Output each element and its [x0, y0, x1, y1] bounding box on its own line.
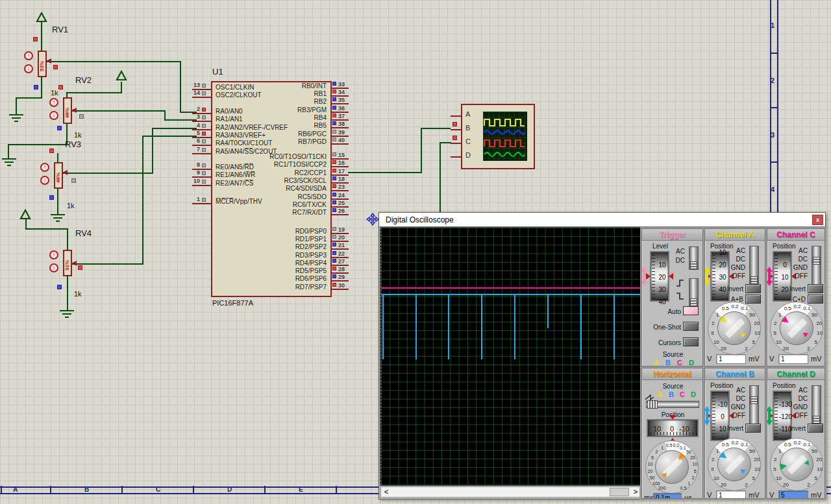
knob-scale-label: 0.2	[793, 304, 800, 309]
knob-scale-label: 0.5	[722, 442, 729, 448]
trace-pulse	[547, 295, 549, 328]
coupling-label: DC	[671, 257, 685, 264]
section-header: Channel D	[767, 368, 825, 380]
coupling-label: GND	[789, 264, 808, 271]
switch-thumb[interactable]	[813, 257, 820, 265]
coupling-switch[interactable]	[749, 246, 759, 285]
coupling-switch[interactable]	[812, 246, 821, 285]
pin-state-indicator	[332, 227, 336, 231]
pot-value-label: 1k	[51, 89, 58, 97]
knob-scale-label: 1	[688, 481, 690, 486]
value-box[interactable]: 1	[716, 490, 746, 499]
pin-label: RD5/PSP5	[217, 267, 327, 274]
section-trigger: TriggerLevel10203040ACDCAutoOne-ShotCurs…	[641, 228, 703, 366]
gauge-number: 30	[656, 286, 668, 293]
button-invert[interactable]	[808, 424, 823, 433]
knob-scale-label: 0.1	[803, 306, 810, 311]
knob-scale-label: 10	[817, 330, 823, 336]
oscilloscope-screen	[380, 228, 640, 485]
pin-number: 1	[184, 196, 200, 202]
button-label: Invert	[769, 425, 806, 432]
value-box[interactable]: 1	[716, 354, 746, 364]
close-icon[interactable]: x	[812, 215, 823, 225]
pin-number: 19	[338, 226, 345, 233]
pin-number: 4	[184, 122, 200, 128]
wire	[421, 128, 451, 129]
pot-decrease-button[interactable]: ↓	[49, 263, 58, 272]
switch-thumb[interactable]	[690, 298, 697, 306]
sheet-row-label: 3	[771, 131, 775, 139]
button-one-shot[interactable]	[683, 322, 699, 331]
wire	[152, 128, 153, 174]
pot-increase-button[interactable]: ↑	[24, 51, 33, 60]
scroll-thumb[interactable]	[610, 488, 629, 496]
wire	[16, 97, 42, 99]
switch-thumb[interactable]	[750, 396, 758, 404]
button-invert[interactable]	[745, 284, 761, 293]
coupling-switch[interactable]	[812, 385, 821, 424]
pot-increase-button[interactable]: ↑	[49, 98, 58, 107]
button-label: One-Shot	[642, 324, 681, 331]
button-c+d[interactable]	[808, 294, 823, 304]
button-a+b[interactable]	[745, 294, 761, 304]
pin-state-indicator	[57, 285, 62, 289]
section-channel-d: Channel DPosition-130-120-110ACDCGNDOFFI…	[767, 368, 825, 499]
pot-wiper-arrow	[62, 170, 68, 175]
section-header: Horizontal	[642, 368, 702, 380]
value-box[interactable]: 1	[778, 354, 808, 364]
pin-number: 21	[338, 242, 345, 248]
knob-scale-label: 10	[817, 466, 823, 472]
horizontal-scrollbar[interactable]: < >	[380, 486, 640, 498]
pot-ref-label: RV4	[75, 228, 92, 238]
button-auto[interactable]	[683, 306, 699, 315]
switch-thumb[interactable]	[813, 416, 820, 424]
pin-state-indicator	[49, 195, 54, 200]
pin-state-indicator	[202, 163, 206, 167]
trigger-edge-switch[interactable]	[689, 278, 699, 307]
knob-scale-label: 20	[647, 469, 652, 474]
pin-state-indicator	[332, 208, 336, 212]
value-box[interactable]: 0.1m	[653, 493, 682, 499]
pot-increase-button[interactable]: ↑	[40, 163, 49, 172]
pot-decrease-button[interactable]: ↓	[24, 64, 33, 73]
scroll-right-icon[interactable]: >	[630, 487, 641, 497]
wire	[70, 263, 143, 265]
button-invert[interactable]	[808, 284, 823, 293]
knob-scale-label: 0.1	[680, 445, 686, 450]
pin-state-indicator	[49, 149, 54, 153]
pin-state-indicator	[332, 259, 336, 263]
horizontal-source-slider[interactable]	[646, 401, 699, 408]
knob-scale-label: 10	[713, 475, 719, 481]
pot-increase-button[interactable]: ↑	[49, 250, 58, 259]
scroll-left-icon[interactable]: <	[381, 487, 391, 497]
sheet-col-label: C	[156, 486, 160, 493]
window-titlebar[interactable]: Digital Oscilloscope x	[379, 213, 825, 227]
slider-thumb[interactable]	[647, 400, 658, 409]
switch-thumb[interactable]	[690, 261, 697, 269]
pin-state-indicator	[332, 235, 336, 239]
pin-label: RD2/PSP2	[217, 243, 327, 250]
trigger-coupling-switch[interactable]	[689, 246, 699, 270]
pin-stub	[331, 248, 349, 250]
pot-decrease-button[interactable]: ↓	[49, 111, 58, 120]
trigger-level-gauge[interactable]: 10203040	[650, 251, 669, 302]
value-box[interactable]: 5	[778, 490, 808, 499]
trace-channel-c	[381, 294, 641, 295]
coupling-switch[interactable]	[749, 385, 759, 424]
pin-number: 3	[184, 114, 200, 120]
wire	[142, 136, 143, 265]
switch-thumb[interactable]	[750, 276, 758, 284]
pot-decrease-button[interactable]: ↓	[40, 176, 49, 185]
pin-state-indicator	[202, 91, 206, 95]
pin-stub	[192, 203, 211, 204]
pin-state-indicator	[332, 106, 336, 110]
gauge-number: 10	[653, 425, 661, 433]
horizontal-position-gauge[interactable]: 100-10	[647, 419, 699, 437]
pin-label: RD7/PSP7	[217, 283, 327, 291]
coupling-label: GND	[727, 264, 745, 271]
button-invert[interactable]	[745, 424, 761, 433]
pot-body-RV4: 51%	[63, 250, 72, 276]
ground-symbol	[8, 114, 25, 123]
button-cursors[interactable]	[683, 337, 699, 346]
pin-number: 36	[338, 105, 345, 112]
